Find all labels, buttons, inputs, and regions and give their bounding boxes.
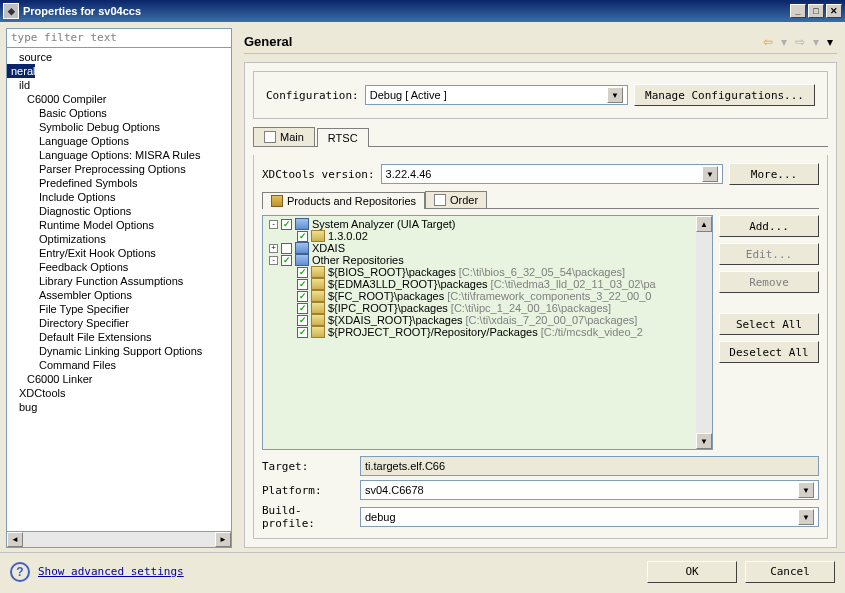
nav-item[interactable]: neral [7, 64, 35, 78]
platform-select[interactable]: sv04.C6678 ▼ [360, 480, 819, 500]
repo-row[interactable]: -✓System Analyzer (UIA Target) [263, 218, 712, 230]
minimize-button[interactable]: _ [790, 4, 806, 18]
dropdown-icon[interactable]: ▼ [798, 482, 814, 498]
tab-rtsc[interactable]: RTSC [317, 128, 369, 147]
window-title: Properties for sv04ccs [23, 5, 141, 17]
nav-item[interactable]: bug [7, 400, 231, 414]
repository-tree[interactable]: -✓System Analyzer (UIA Target)✓1.3.0.02+… [262, 215, 713, 450]
close-button[interactable]: ✕ [826, 4, 842, 18]
repo-label: XDAIS [312, 242, 345, 254]
nav-item[interactable]: Library Function Assumptions [7, 274, 231, 288]
select-all-button[interactable]: Select All [719, 313, 819, 335]
checkbox[interactable]: ✓ [297, 315, 308, 326]
subtab-order[interactable]: Order [425, 191, 487, 208]
checkbox[interactable]: ✓ [297, 231, 308, 242]
checkbox[interactable]: ✓ [281, 219, 292, 230]
dropdown-icon[interactable]: ▼ [702, 166, 718, 182]
repo-row[interactable]: ✓${XDAIS_ROOT}\packages [C:\ti\xdais_7_2… [263, 314, 712, 326]
repo-label: ${FC_ROOT}\packages [328, 290, 444, 302]
nav-item[interactable]: Directory Specifier [7, 316, 231, 330]
checkbox[interactable]: ✓ [281, 255, 292, 266]
nav-item[interactable]: C6000 Compiler [7, 92, 231, 106]
expand-icon[interactable]: - [269, 256, 278, 265]
nav-item[interactable]: Dynamic Linking Support Options [7, 344, 231, 358]
nav-item[interactable]: Assembler Options [7, 288, 231, 302]
nav-item[interactable]: Command Files [7, 358, 231, 372]
edit-button[interactable]: Edit... [719, 243, 819, 265]
dropdown-icon[interactable]: ▼ [798, 509, 814, 525]
target-field[interactable]: ti.targets.elf.C66 [360, 456, 819, 476]
nav-item[interactable]: Symbolic Debug Options [7, 120, 231, 134]
main-panel: Configuration: Debug [ Active ] ▼ Manage… [244, 62, 837, 548]
checkbox[interactable] [281, 243, 292, 254]
tree-scrollbar[interactable]: ◄ ► [6, 532, 232, 548]
tab-main[interactable]: Main [253, 127, 315, 146]
checkbox[interactable]: ✓ [297, 279, 308, 290]
nav-item[interactable]: Predefined Symbols [7, 176, 231, 190]
menu-icon[interactable]: ▾ [827, 35, 833, 49]
checkbox[interactable]: ✓ [297, 303, 308, 314]
deselect-all-button[interactable]: Deselect All [719, 341, 819, 363]
nav-item[interactable]: Include Options [7, 190, 231, 204]
repo-path: [C:\ti\xdais_7_20_00_07\packages] [466, 314, 638, 326]
scroll-left-icon[interactable]: ◄ [7, 532, 23, 547]
repo-row[interactable]: ✓${BIOS_ROOT}\packages [C:\ti\bios_6_32_… [263, 266, 712, 278]
ok-button[interactable]: OK [647, 561, 737, 583]
nav-item[interactable]: Default File Extensions [7, 330, 231, 344]
order-icon [434, 194, 446, 206]
checkbox[interactable]: ✓ [297, 291, 308, 302]
add-button[interactable]: Add... [719, 215, 819, 237]
remove-button[interactable]: Remove [719, 271, 819, 293]
nav-item[interactable]: File Type Specifier [7, 302, 231, 316]
forward-icon[interactable]: ⇨ [795, 35, 805, 49]
scroll-right-icon[interactable]: ► [215, 532, 231, 547]
maximize-button[interactable]: □ [808, 4, 824, 18]
nav-item[interactable]: Language Options [7, 134, 231, 148]
repo-row[interactable]: +XDAIS [263, 242, 712, 254]
page-title: General [244, 34, 759, 49]
show-advanced-link[interactable]: Show advanced settings [38, 565, 184, 578]
nav-tree[interactable]: sourceneralildC6000 CompilerBasic Option… [6, 48, 232, 532]
checkbox[interactable]: ✓ [297, 267, 308, 278]
filter-input[interactable]: type filter text [6, 28, 232, 48]
repo-row[interactable]: ✓${EDMA3LLD_ROOT}\packages [C:\ti\edma3_… [263, 278, 712, 290]
xdctools-version-select[interactable]: 3.22.4.46 ▼ [381, 164, 723, 184]
repo-row[interactable]: ✓1.3.0.02 [263, 230, 712, 242]
folder-icon [295, 254, 309, 266]
nav-item[interactable]: Entry/Exit Hook Options [7, 246, 231, 260]
repo-row[interactable]: ✓${FC_ROOT}\packages [C:\ti\framework_co… [263, 290, 712, 302]
platform-label: Platform: [262, 484, 354, 497]
repo-row[interactable]: -✓Other Repositories [263, 254, 712, 266]
subtab-products[interactable]: Products and Repositories [262, 192, 425, 209]
repo-label: System Analyzer (UIA Target) [312, 218, 455, 230]
nav-item[interactable]: C6000 Linker [7, 372, 231, 386]
nav-item[interactable]: Feedback Options [7, 260, 231, 274]
repo-row[interactable]: ✓${PROJECT_ROOT}/Repository/Packages [C:… [263, 326, 712, 338]
nav-item[interactable]: source [7, 50, 231, 64]
configuration-select[interactable]: Debug [ Active ] ▼ [365, 85, 628, 105]
scroll-up-icon[interactable]: ▲ [696, 216, 712, 232]
help-icon[interactable]: ? [10, 562, 30, 582]
nav-item[interactable]: Optimizations [7, 232, 231, 246]
nav-item[interactable]: XDCtools [7, 386, 231, 400]
build-profile-select[interactable]: debug ▼ [360, 507, 819, 527]
expand-icon[interactable]: - [269, 220, 278, 229]
expand-icon[interactable]: + [269, 244, 278, 253]
nav-item[interactable]: Language Options: MISRA Rules [7, 148, 231, 162]
package-icon [311, 326, 325, 338]
nav-item[interactable]: Basic Options [7, 106, 231, 120]
repo-row[interactable]: ✓${IPC_ROOT}\packages [C:\ti\ipc_1_24_00… [263, 302, 712, 314]
nav-item[interactable]: Diagnostic Options [7, 204, 231, 218]
dropdown-icon[interactable]: ▼ [607, 87, 623, 103]
nav-item[interactable]: ild [7, 78, 231, 92]
manage-configurations-button[interactable]: Manage Configurations... [634, 84, 815, 106]
nav-item[interactable]: Parser Preprocessing Options [7, 162, 231, 176]
nav-item[interactable]: Runtime Model Options [7, 218, 231, 232]
repo-label: ${PROJECT_ROOT}/Repository/Packages [328, 326, 538, 338]
checkbox[interactable]: ✓ [297, 327, 308, 338]
back-icon[interactable]: ⇦ [763, 35, 773, 49]
scroll-down-icon[interactable]: ▼ [696, 433, 712, 449]
more-button[interactable]: More... [729, 163, 819, 185]
cancel-button[interactable]: Cancel [745, 561, 835, 583]
repo-path: [C:/ti/mcsdk_video_2 [541, 326, 643, 338]
